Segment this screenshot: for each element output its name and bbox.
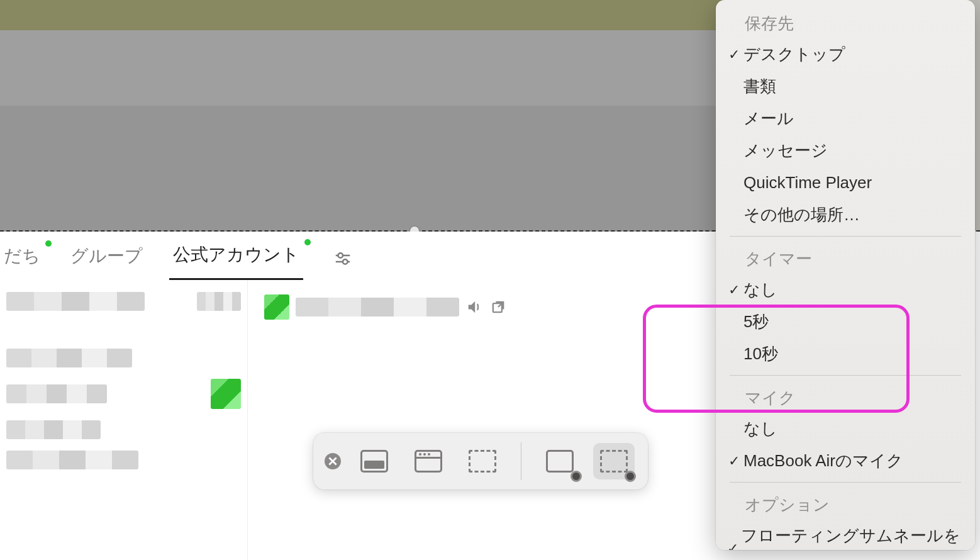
list-item[interactable] [6, 349, 241, 367]
option-timer-10s[interactable]: 10秒 [716, 338, 975, 370]
record-entire-screen-button[interactable] [539, 443, 581, 479]
option-show-thumbnail[interactable]: ✓ フローティングサムネールを表示 [716, 520, 975, 550]
option-label: MacBook Airのマイク [743, 449, 903, 473]
option-label: なし [743, 417, 777, 441]
open-external-icon[interactable] [489, 298, 507, 316]
option-label: 5秒 [743, 310, 769, 334]
option-save-messages[interactable]: メッセージ [716, 135, 975, 167]
window-icon [415, 450, 442, 473]
list-item[interactable] [6, 292, 241, 311]
capture-selection-button[interactable] [462, 443, 503, 479]
selection-icon [600, 450, 628, 473]
option-save-desktop[interactable]: ✓ デスクトップ [716, 38, 975, 70]
check-icon: ✓ [725, 44, 743, 65]
option-label: メッセージ [743, 138, 828, 163]
section-microphone: マイク [716, 381, 975, 413]
check-icon: ✓ [725, 451, 743, 471]
option-label: デスクトップ [743, 42, 845, 67]
tab-friends[interactable]: だち [0, 238, 44, 279]
tab-groups[interactable]: グループ [67, 238, 147, 279]
option-label: その他の場所… [743, 203, 860, 227]
option-save-other[interactable]: その他の場所… [716, 199, 975, 231]
section-options: オプション [716, 488, 975, 520]
list-item[interactable] [6, 379, 241, 409]
screen-icon [546, 450, 574, 473]
list-item[interactable] [6, 451, 241, 469]
badge-dot-icon [45, 240, 52, 247]
section-save-to: 保存先 [716, 6, 975, 38]
option-timer-none[interactable]: ✓ なし [716, 274, 975, 306]
option-label: 10秒 [743, 342, 778, 366]
capture-window-button[interactable] [408, 443, 449, 479]
option-timer-5s[interactable]: 5秒 [716, 306, 975, 338]
option-save-mail[interactable]: メール [716, 103, 975, 135]
menu-separator [730, 375, 961, 376]
option-label: フローティングサムネールを表示 [741, 524, 962, 550]
option-label: メール [743, 106, 794, 131]
close-toolbar-button[interactable] [325, 453, 341, 469]
avatar [264, 294, 289, 320]
section-timer: タイマー [716, 242, 975, 274]
option-save-quicktime[interactable]: QuickTime Player [716, 167, 975, 199]
record-selection-button[interactable] [593, 443, 635, 479]
menu-separator [730, 236, 961, 237]
avatar [211, 379, 241, 409]
tab-official-label: 公式アカウント [173, 245, 299, 264]
check-icon: ✓ [725, 538, 741, 551]
filter-settings-button[interactable] [333, 249, 352, 268]
record-dot-icon [571, 471, 582, 482]
svg-point-1 [338, 253, 343, 258]
option-save-documents[interactable]: 書類 [716, 70, 975, 103]
speaker-icon[interactable] [465, 298, 483, 316]
capture-entire-screen-button[interactable] [354, 443, 395, 479]
tab-friends-label: だち [4, 246, 40, 266]
option-label: 書類 [743, 74, 776, 99]
option-mic-none[interactable]: なし [716, 413, 975, 445]
selection-icon [469, 450, 496, 473]
badge-dot-icon [304, 239, 311, 245]
left-list [0, 279, 248, 560]
tab-groups-label: グループ [70, 246, 143, 266]
options-menu: 保存先 ✓ デスクトップ 書類 メール メッセージ QuickTime Play… [716, 0, 975, 550]
svg-point-3 [343, 259, 348, 264]
check-icon: ✓ [725, 279, 743, 300]
screen-icon [360, 450, 388, 473]
menu-separator [730, 482, 961, 483]
screenshot-toolbar [313, 433, 648, 490]
list-item[interactable] [6, 420, 241, 439]
option-label: QuickTime Player [743, 171, 872, 195]
option-label: なし [743, 277, 777, 302]
record-dot-icon [625, 471, 636, 482]
tab-official-accounts[interactable]: 公式アカウント [169, 237, 303, 280]
toolbar-divider [521, 442, 521, 480]
option-mic-macbook-air[interactable]: ✓ MacBook Airのマイク [716, 445, 975, 477]
